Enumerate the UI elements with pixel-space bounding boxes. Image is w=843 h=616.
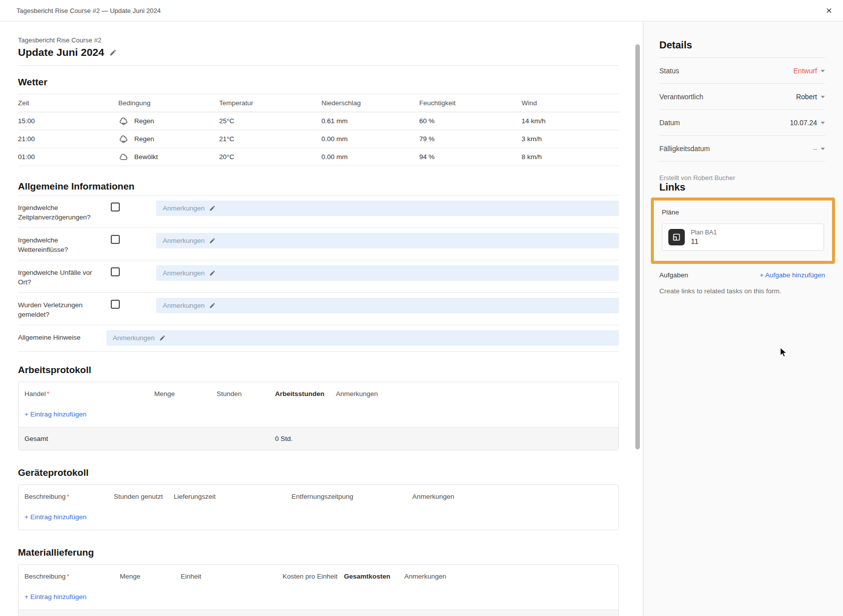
- section-allgemeine-informationen: Allgemeine Informationen Irgendwelche Ze…: [18, 181, 619, 352]
- general-info-row: Irgendwelche Unfälle vor Ort?Anmerkungen: [18, 260, 619, 292]
- required-marker: *: [47, 390, 49, 398]
- weather-condition-label: Regen: [134, 117, 154, 125]
- detail-value-dropdown[interactable]: Entwurf: [794, 67, 825, 75]
- created-by-text: Erstellt von Robert Bucher: [659, 174, 825, 182]
- main-scrollbar[interactable]: [635, 44, 640, 449]
- add-entry-link[interactable]: + Eintrag hinzufügen: [24, 593, 86, 601]
- weather-wind: 3 km/h: [522, 135, 619, 143]
- weather-niederschlag: 0.61 mm: [321, 117, 419, 125]
- chevron-down-icon: [821, 148, 825, 150]
- cloud-icon: [118, 153, 128, 161]
- edit-title-pencil-icon[interactable]: [109, 49, 117, 56]
- column-header-label: Kosten pro Einheit: [282, 573, 337, 580]
- note-input[interactable]: Anmerkungen: [106, 330, 619, 346]
- details-sidebar: Details StatusEntwurfVerantwortlichRober…: [643, 21, 843, 616]
- checkbox[interactable]: [111, 235, 120, 244]
- column-header: Menge: [154, 390, 217, 398]
- add-task-link[interactable]: + Aufgabe hinzufügen: [760, 271, 825, 279]
- column-header-label: Entfernungszeitpung: [291, 493, 353, 500]
- detail-row: Fälligkeitsdatum–: [659, 136, 825, 162]
- section-wetter: Wetter ZeitBedingungTemperaturNiederschl…: [18, 77, 619, 166]
- general-info-row: Irgendwelche Wettereinflüsse?Anmerkungen: [18, 227, 619, 260]
- weather-time: 01:00: [18, 153, 118, 161]
- weather-row: 01:00Bewölkt20°C0.00 mm94 %8 km/h: [18, 148, 619, 166]
- general-info-row: Irgendwelche Zeitplanverzögerungen?Anmer…: [18, 195, 619, 227]
- column-header: Beschreibung*: [24, 573, 120, 580]
- detail-value-dropdown[interactable]: 10.07.24: [790, 119, 826, 127]
- note-placeholder: Anmerkungen: [163, 205, 205, 212]
- column-header: Stunden genutzt: [114, 493, 174, 500]
- add-entry-link[interactable]: + Eintrag hinzufügen: [24, 411, 86, 418]
- links-heading: Links: [659, 182, 825, 193]
- document-header: Tagesbericht Rise Course #2 Update Juni …: [18, 36, 619, 66]
- weather-feuchtigkeit: 94 %: [419, 153, 522, 161]
- pencil-icon: [209, 237, 216, 244]
- plan-icon: [668, 229, 685, 245]
- checkbox-zone: [111, 265, 156, 276]
- report-form-pane: Tagesbericht Rise Course #2 Update Juni …: [0, 21, 643, 616]
- detail-label: Datum: [659, 119, 680, 127]
- note-placeholder: Anmerkungen: [163, 269, 205, 277]
- weather-column-header: Temperatur: [219, 99, 321, 107]
- info-row-label: Wurden Verletzungen gemeldet?: [18, 298, 111, 319]
- column-header: Arbeitsstunden: [275, 390, 336, 398]
- weather-table-header: ZeitBedingungTemperaturNiederschlagFeuch…: [18, 94, 619, 112]
- close-button[interactable]: ×: [822, 3, 837, 18]
- chevron-down-icon: [821, 70, 825, 72]
- info-row-label: Irgendwelche Unfälle vor Ort?: [18, 265, 111, 287]
- section-heading-geraeteprotokoll: Geräteprotokoll: [18, 467, 619, 478]
- page-title: Update Juni 2024: [18, 46, 104, 58]
- table-header-row: Beschreibung*Stunden genutztLieferungsze…: [18, 485, 618, 500]
- detail-label: Fälligkeitsdatum: [659, 145, 710, 153]
- detail-value-dropdown[interactable]: –: [813, 145, 825, 153]
- chevron-down-icon: [821, 122, 825, 124]
- plan-card-title: Plan BA1: [691, 229, 717, 236]
- checkbox[interactable]: [111, 300, 120, 309]
- note-input[interactable]: Anmerkungen: [156, 265, 619, 281]
- plans-label: Pläne: [662, 208, 824, 216]
- weather-feuchtigkeit: 79 %: [419, 135, 522, 143]
- column-header: Kosten pro Einheit: [282, 573, 344, 580]
- weather-condition-label: Bewölkt: [134, 153, 158, 161]
- detail-row: Datum10.07.24: [659, 110, 825, 136]
- column-header: Menge: [120, 573, 181, 580]
- weather-niederschlag: 0.00 mm: [321, 153, 419, 161]
- plan-link-card[interactable]: Plan BA1 11: [662, 223, 824, 251]
- weather-condition: Regen: [118, 116, 219, 126]
- checkbox-zone: [111, 298, 156, 309]
- column-header-label: Menge: [154, 390, 175, 398]
- column-header: Gesamtkosten: [344, 573, 404, 580]
- pencil-icon: [209, 205, 216, 211]
- plans-highlight-box: Pläne Plan BA1 11: [651, 198, 835, 264]
- detail-row: VerantwortlichRobert: [659, 84, 825, 110]
- column-header-label: Beschreibung: [24, 493, 66, 500]
- chevron-down-icon: [821, 96, 825, 98]
- detail-value-text: 10.07.24: [790, 119, 818, 127]
- weather-temperatur: 21°C: [219, 135, 321, 143]
- column-header-label: Anmerkungen: [336, 390, 378, 398]
- weather-row: 21:00Regen21°C0.00 mm79 %3 km/h: [18, 130, 619, 148]
- pencil-icon: [159, 335, 166, 341]
- column-header: Anmerkungen: [412, 493, 612, 500]
- column-header-label: Stunden: [217, 390, 242, 398]
- checkbox[interactable]: [111, 203, 120, 211]
- note-input[interactable]: Anmerkungen: [156, 201, 619, 216]
- material-delivery-table: Beschreibung*MengeEinheitKosten pro Einh…: [18, 564, 619, 616]
- work-log-table: Handel*MengeStundenArbeitsstundenAnmerku…: [18, 382, 619, 450]
- note-input[interactable]: Anmerkungen: [156, 298, 619, 313]
- weather-condition-label: Regen: [134, 135, 154, 143]
- section-heading-allgemeine-informationen: Allgemeine Informationen: [18, 181, 619, 192]
- checkbox-zone: [111, 233, 156, 244]
- weather-column-header: Niederschlag: [321, 99, 419, 107]
- checkbox[interactable]: [111, 267, 120, 276]
- column-header-label: Arbeitsstunden: [275, 390, 324, 398]
- close-icon: ×: [826, 4, 832, 16]
- info-row-label: Irgendwelche Wettereinflüsse?: [18, 233, 111, 254]
- add-entry-link[interactable]: + Eintrag hinzufügen: [24, 513, 86, 521]
- plan-card-value: 11: [691, 237, 717, 245]
- detail-value-dropdown[interactable]: Robert: [796, 93, 825, 101]
- checkbox-zone: [111, 201, 156, 211]
- note-input[interactable]: Anmerkungen: [156, 233, 619, 248]
- detail-label: Verantwortlich: [659, 93, 703, 101]
- weather-column-header: Zeit: [18, 99, 118, 107]
